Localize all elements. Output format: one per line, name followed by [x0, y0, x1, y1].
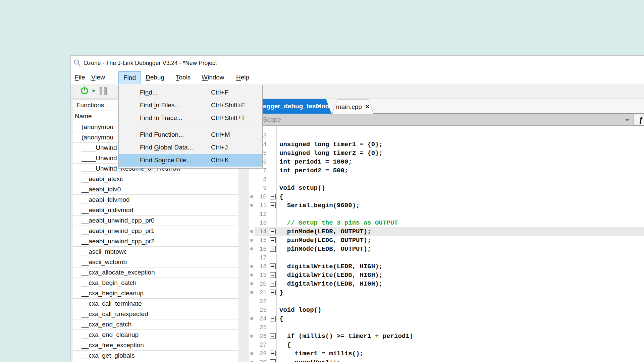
- line-number[interactable]: 24: [254, 314, 267, 323]
- fold-expand-icon[interactable]: [270, 333, 276, 339]
- breakpoint-dot-icon[interactable]: [250, 335, 253, 338]
- fold-expand-icon[interactable]: [270, 290, 276, 295]
- line-number[interactable]: 13: [254, 219, 267, 227]
- fold-expand-icon[interactable]: [270, 194, 276, 199]
- function-row[interactable]: __ascii_mbtowc: [73, 247, 238, 257]
- function-row[interactable]: __aeabi_unwind_cpp_pr2: [73, 236, 238, 247]
- breakpoint-dot-icon[interactable]: [250, 317, 253, 320]
- line-number[interactable]: 23: [254, 306, 267, 314]
- fold-expand-icon[interactable]: [270, 272, 276, 278]
- line-number[interactable]: 9: [254, 184, 267, 192]
- pause-button[interactable]: [100, 85, 107, 97]
- code-line-5: 5unsigned long timer2 = {0};: [249, 149, 644, 158]
- menubar-item-help[interactable]: Help: [236, 71, 249, 83]
- menubar-item-debug[interactable]: Debug: [146, 71, 164, 83]
- code-line-17: 17: [249, 253, 644, 262]
- function-row[interactable]: __cxa_begin_catch: [73, 278, 238, 288]
- code-text: unsigned long timer1 = {0};: [279, 140, 383, 149]
- function-row[interactable]: __cxa_end_catch: [73, 319, 238, 330]
- line-number[interactable]: 26: [254, 332, 267, 341]
- menu-shortcut: Ctrl+F: [211, 86, 228, 99]
- menubar-item-tools[interactable]: Tools: [176, 71, 191, 83]
- line-number[interactable]: 16: [254, 245, 267, 253]
- breakpoint-dot-icon[interactable]: [250, 204, 253, 207]
- menu-item-find-global-data[interactable]: Find Global Data...Ctrl+J: [119, 141, 262, 154]
- menu-item-find-function[interactable]: Find Function...Ctrl+M: [119, 128, 262, 141]
- close-tab-icon[interactable]: ✕: [365, 104, 370, 110]
- menubar-item-view[interactable]: View: [91, 71, 105, 83]
- menubar-item-find[interactable]: Find: [118, 71, 141, 84]
- function-row[interactable]: __aeabi_idiv0: [73, 184, 238, 195]
- function-row[interactable]: __cxa_begin_cleanup: [73, 288, 238, 299]
- dropdown-arrow-icon[interactable]: [625, 119, 630, 121]
- menubar-item-window[interactable]: Window: [202, 71, 224, 83]
- power-button[interactable]: [80, 85, 89, 97]
- fold-expand-icon[interactable]: [270, 316, 276, 321]
- toolbar-grip-handle[interactable]: [73, 86, 75, 97]
- fold-expand-icon[interactable]: [270, 246, 276, 252]
- menu-item-find[interactable]: Find...Ctrl+F: [119, 86, 262, 99]
- line-number[interactable]: 21: [254, 288, 267, 297]
- code-line-14: 14 pinMode(LEDR, OUTPUT);: [249, 227, 644, 236]
- function-row[interactable]: __cxa_end_cleanup: [73, 330, 238, 340]
- function-row[interactable]: __aeabi_atexit: [73, 174, 238, 184]
- file-scope-bar: File Scope f: [249, 114, 644, 126]
- code-line-23: 23void loop(): [249, 306, 644, 314]
- menu-item-find-source-file[interactable]: Find Source File...Ctrl+K: [119, 154, 262, 167]
- fold-expand-icon[interactable]: [270, 281, 276, 287]
- function-row[interactable]: __cxa_get_globals: [73, 351, 238, 361]
- menu-item-find-in-files[interactable]: Find In Files...Ctrl+Shift+F: [119, 99, 262, 112]
- code-text: timer1 = millis();: [279, 349, 364, 358]
- breakpoint-dot-icon[interactable]: [250, 274, 253, 277]
- breakpoint-dot-icon[interactable]: [250, 361, 253, 362]
- tab-main-cpp[interactable]: main.cpp ✕: [332, 100, 374, 114]
- code-editor[interactable]: 34unsigned long timer1 = {0};5unsigned l…: [249, 126, 644, 362]
- function-row[interactable]: __aeabi_ldivmod: [73, 195, 238, 205]
- breakpoint-dot-icon[interactable]: [250, 239, 253, 242]
- line-number[interactable]: 19: [254, 271, 267, 280]
- line-number[interactable]: 8: [254, 175, 267, 184]
- fold-expand-icon[interactable]: [270, 202, 276, 208]
- fold-expand-icon[interactable]: [270, 229, 276, 234]
- code-line-9: 9void setup(): [249, 184, 644, 192]
- fold-expand-icon[interactable]: [270, 263, 276, 269]
- line-number[interactable]: 28: [254, 349, 267, 358]
- breakpoint-dot-icon[interactable]: [250, 352, 253, 355]
- line-number[interactable]: 29: [254, 358, 267, 362]
- function-row[interactable]: __cxa_free_exception: [73, 340, 238, 351]
- line-number[interactable]: 10: [254, 192, 267, 201]
- function-row[interactable]: __aeabi_unwind_cpp_pr0: [73, 216, 238, 226]
- function-row[interactable]: __cxa_call_terminate: [73, 299, 238, 309]
- line-number[interactable]: 18: [254, 262, 267, 271]
- line-number[interactable]: 15: [254, 236, 267, 245]
- power-dropdown-button[interactable]: [92, 85, 96, 97]
- function-row[interactable]: __aeabi_unwind_cpp_pr1: [73, 226, 238, 236]
- line-number[interactable]: 14: [254, 227, 267, 236]
- breakpoint-dot-icon[interactable]: [250, 282, 253, 285]
- breakpoint-dot-icon[interactable]: [250, 265, 253, 268]
- code-line-4: 4unsigned long timer1 = {0};: [249, 140, 644, 149]
- breakpoint-dot-icon[interactable]: [250, 291, 253, 294]
- line-number[interactable]: 25: [254, 323, 267, 332]
- line-number[interactable]: 12: [254, 210, 267, 219]
- breakpoint-dot-icon[interactable]: [250, 247, 253, 250]
- line-number[interactable]: 11: [254, 201, 267, 210]
- function-row[interactable]: __aeabi_uldivmod: [73, 205, 238, 216]
- fold-expand-icon[interactable]: [270, 359, 276, 362]
- function-list-button[interactable]: f: [634, 114, 644, 126]
- fold-expand-icon[interactable]: [270, 351, 276, 356]
- menubar-item-file[interactable]: File: [75, 71, 85, 83]
- menu-item-find-in-trace[interactable]: Find In Trace...Ctrl+Shift+T: [119, 112, 262, 124]
- fold-expand-icon[interactable]: [270, 237, 276, 243]
- line-number[interactable]: 22: [254, 297, 267, 306]
- function-row[interactable]: __cxa_allocate_exception: [73, 267, 238, 278]
- line-number[interactable]: 27: [254, 341, 267, 349]
- function-row[interactable]: __cxa_call_unexpected: [73, 309, 238, 319]
- function-row[interactable]: __ascii_wctomb: [73, 257, 238, 267]
- breakpoint-dot-icon[interactable]: [250, 195, 253, 198]
- breakpoint-dot-icon[interactable]: [250, 230, 253, 233]
- line-number[interactable]: 17: [254, 253, 267, 262]
- line-number[interactable]: 20: [254, 280, 267, 288]
- close-tab-icon[interactable]: ✕: [317, 99, 321, 114]
- code-line-7: 7int period2 = 500;: [249, 166, 644, 175]
